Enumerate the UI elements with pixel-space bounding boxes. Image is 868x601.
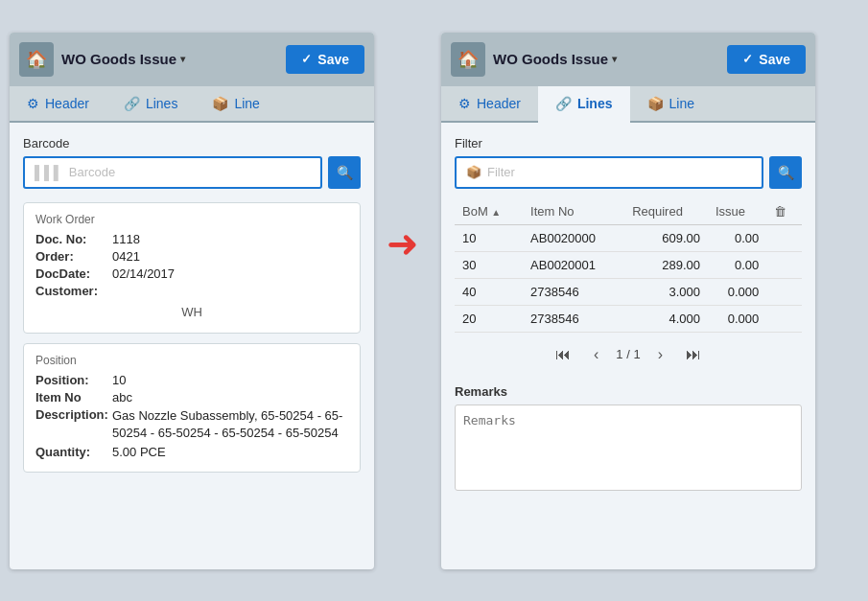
cell-bom: 20 <box>455 305 523 332</box>
right-line-tab-icon: 📦 <box>647 96 664 111</box>
prev-page-button[interactable]: ‹ <box>588 344 604 365</box>
cell-issue: 0.00 <box>708 224 766 251</box>
first-page-button[interactable]: ⏮ <box>550 344 576 365</box>
doc-no-label: Doc. No: <box>35 232 112 246</box>
cell-item-no: 2738546 <box>523 305 624 332</box>
work-order-header: Work Order <box>35 213 348 226</box>
barcode-label: Barcode <box>23 136 361 150</box>
customer-label: Customer: <box>35 284 112 298</box>
remarks-input[interactable] <box>455 405 802 491</box>
table-row[interactable]: 10 AB0020000 609.00 0.00 <box>455 224 802 251</box>
cell-issue: 0.000 <box>708 278 766 305</box>
left-line-tab-label: Line <box>234 96 259 111</box>
filter-input[interactable]: 📦 Filter <box>455 156 763 189</box>
right-header-tab-icon: ⚙ <box>458 96 471 111</box>
check-icon: ✓ <box>301 52 312 66</box>
left-app-title: WO Goods Issue ▾ <box>61 51 185 67</box>
right-check-icon: ✓ <box>742 52 753 66</box>
right-tab-lines[interactable]: 🔗 Lines <box>538 86 630 123</box>
cell-bom: 10 <box>455 224 523 251</box>
table-row[interactable]: 30 AB0020001 289.00 0.00 <box>455 251 802 278</box>
right-save-button[interactable]: ✓ Save <box>727 45 806 74</box>
filter-search-icon: 🔍 <box>778 165 794 180</box>
last-page-button[interactable]: ⏭ <box>680 344 707 365</box>
customer-row: Customer: <box>35 284 348 298</box>
remarks-section: Remarks <box>455 384 802 495</box>
doc-date-row: DocDate: 02/14/2017 <box>35 266 348 281</box>
right-lines-tab-icon: 🔗 <box>555 96 572 111</box>
filter-search-button[interactable]: 🔍 <box>769 156 802 189</box>
right-tabs: ⚙ Header 🔗 Lines 📦 Line <box>441 86 815 123</box>
position-row: Position: 10 <box>35 373 348 387</box>
next-page-button[interactable]: › <box>652 344 669 365</box>
filter-section: Filter 📦 Filter 🔍 <box>455 136 802 189</box>
item-no-label: Item No <box>35 390 112 405</box>
doc-date-label: DocDate: <box>35 266 112 281</box>
cell-delete <box>766 305 802 332</box>
table-row[interactable]: 40 2738546 3.000 0.000 <box>455 278 802 305</box>
right-line-tab-label: Line <box>669 96 694 111</box>
right-title-text: WO Goods Issue <box>493 51 608 67</box>
home-icon[interactable]: 🏠 <box>19 42 54 77</box>
cell-required: 3.000 <box>624 278 708 305</box>
right-dropdown-chevron[interactable]: ▾ <box>612 54 617 64</box>
cell-required: 4.000 <box>624 305 708 332</box>
col-issue: Issue <box>708 198 766 225</box>
lines-table: BoM ▲ Item No Required Issue 🗑 10 AB0020… <box>455 198 802 333</box>
filter-row: 📦 Filter 🔍 <box>455 156 802 189</box>
pagination: ⏮ ‹ 1 / 1 › ⏭ <box>455 333 802 377</box>
right-tab-line[interactable]: 📦 Line <box>630 86 712 123</box>
doc-date-value: 02/14/2017 <box>112 266 175 281</box>
cell-item-no: AB0020000 <box>523 224 624 251</box>
work-order-card: Work Order Doc. No: 1118 Order: 0421 Doc… <box>23 202 361 334</box>
cell-item-no: AB0020001 <box>523 251 624 278</box>
left-dropdown-chevron[interactable]: ▾ <box>180 54 185 64</box>
item-no-value: abc <box>112 390 132 405</box>
col-bom[interactable]: BoM ▲ <box>455 198 523 225</box>
left-top-bar: 🏠 WO Goods Issue ▾ ✓ Save <box>10 33 374 86</box>
cell-item-no: 2738546 <box>523 278 624 305</box>
arrow-area: ➜ <box>374 33 432 263</box>
left-panel: 🏠 WO Goods Issue ▾ ✓ Save ⚙ Header 🔗 Lin… <box>10 33 374 569</box>
table-row[interactable]: 20 2738546 4.000 0.000 <box>455 305 802 332</box>
quantity-row: Quantity: 5.00 PCE <box>35 445 348 459</box>
left-title-area: 🏠 WO Goods Issue ▾ <box>19 42 185 77</box>
left-tab-line[interactable]: 📦 Line <box>195 86 276 123</box>
doc-no-value: 1118 <box>112 232 140 246</box>
right-tab-header[interactable]: ⚙ Header <box>441 86 538 123</box>
filter-placeholder: Filter <box>487 165 515 179</box>
doc-no-row: Doc. No: 1118 <box>35 232 348 246</box>
cell-delete <box>766 251 802 278</box>
cell-bom: 30 <box>455 251 523 278</box>
barcode-input[interactable]: ▌▌▌ Barcode <box>23 156 322 189</box>
wh-value: WH <box>35 301 348 323</box>
left-tabs: ⚙ Header 🔗 Lines 📦 Line <box>10 86 374 123</box>
right-title-area: 🏠 WO Goods Issue ▾ <box>451 42 617 77</box>
right-app-title: WO Goods Issue ▾ <box>493 51 617 67</box>
order-row: Order: 0421 <box>35 249 348 264</box>
description-row: Description: Gas Nozzle Subassembly, 65-… <box>35 407 348 442</box>
left-title-text: WO Goods Issue <box>61 51 176 67</box>
barcode-search-button[interactable]: 🔍 <box>328 156 361 189</box>
right-home-icon[interactable]: 🏠 <box>451 42 485 77</box>
position-label: Position: <box>35 373 112 387</box>
barcode-placeholder: Barcode <box>69 165 115 179</box>
description-label: Description: <box>35 407 112 422</box>
left-tab-header[interactable]: ⚙ Header <box>10 86 106 123</box>
left-line-tab-icon: 📦 <box>212 96 228 111</box>
filter-label: Filter <box>455 136 802 150</box>
cell-issue: 0.00 <box>708 251 766 278</box>
position-card: Position Position: 10 Item No abc Descri… <box>23 343 361 473</box>
cell-delete <box>766 224 802 251</box>
col-required: Required <box>624 198 708 225</box>
left-content: Barcode ▌▌▌ Barcode 🔍 Work Order Doc. No… <box>10 123 374 496</box>
left-header-tab-label: Header <box>45 96 89 111</box>
filter-icon: 📦 <box>466 165 481 179</box>
right-top-bar: 🏠 WO Goods Issue ▾ ✓ Save <box>441 33 815 86</box>
remarks-label: Remarks <box>455 384 802 399</box>
barcode-icon: ▌▌▌ <box>35 165 63 180</box>
left-tab-lines[interactable]: 🔗 Lines <box>106 86 195 123</box>
quantity-label: Quantity: <box>35 445 112 459</box>
left-save-button[interactable]: ✓ Save <box>286 45 364 74</box>
right-lines-tab-label: Lines <box>577 96 613 111</box>
